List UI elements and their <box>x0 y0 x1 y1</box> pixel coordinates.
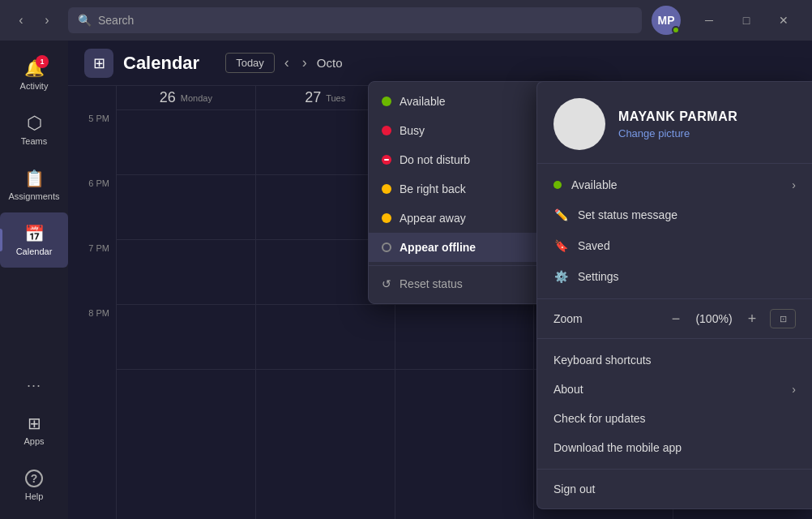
close-button[interactable]: ✕ <box>765 7 802 33</box>
profile-header: MAYANK PARMAR Change picture <box>537 82 812 164</box>
time-slot-7pm: 7 PM <box>68 240 116 305</box>
hour-cell-26-5pm[interactable] <box>117 110 255 175</box>
profile-available-item[interactable]: Available › <box>537 170 812 199</box>
sidebar-more-button[interactable]: ··· <box>19 369 49 402</box>
sidebar-label-teams: Teams <box>21 136 47 146</box>
zoom-fit-button[interactable]: ⊡ <box>770 309 796 328</box>
main-layout: 🔔 1 Activity ⬡ Teams 📋 Assignments 📅 Cal… <box>0 41 812 519</box>
profile-available-label: Available <box>571 178 618 191</box>
profile-status-section: Available › ✏️ Set status message 🔖 Save… <box>537 164 812 299</box>
time-slot-6pm: 6 PM <box>68 175 116 240</box>
forward-button[interactable]: › <box>36 9 58 32</box>
dnd-dot <box>382 155 391 165</box>
avatar-status-dot <box>672 26 680 34</box>
brb-dot <box>382 184 391 194</box>
profile-info: MAYANK PARMAR Change picture <box>618 109 737 139</box>
calendar-title-area: ⊞ Calendar <box>84 49 199 78</box>
month-label: Octo <box>317 56 343 70</box>
sign-out-label: Sign out <box>553 483 595 495</box>
day-name-monday: Monday <box>181 93 212 103</box>
next-month-button[interactable]: › <box>299 51 310 75</box>
sign-out-section: Sign out <box>537 469 812 508</box>
help-icon: ? <box>24 469 44 488</box>
change-picture-link[interactable]: Change picture <box>618 127 737 139</box>
hour-cell-26-6pm[interactable] <box>117 175 255 240</box>
set-status-message-item[interactable]: ✏️ Set status message <box>537 199 812 230</box>
download-app-item[interactable]: Download the mobile app <box>537 433 812 462</box>
calendar-app-icon: ⊞ <box>84 49 113 78</box>
calendar-header: ⊞ Calendar Today ‹ › Octo <box>68 41 812 86</box>
away-dot <box>382 213 391 223</box>
title-bar: ‹ › 🔍 Search MP ─ □ ✕ <box>0 0 812 41</box>
keyboard-shortcuts-label: Keyboard shortcuts <box>553 354 652 367</box>
activity-icon: 🔔 1 <box>24 58 44 78</box>
today-button[interactable]: Today <box>225 53 275 73</box>
saved-icon: 🔖 <box>553 238 568 253</box>
calendar-page-title: Calendar <box>123 53 199 74</box>
profile-available-dot <box>553 181 562 189</box>
saved-item[interactable]: 🔖 Saved <box>537 230 812 261</box>
time-column: 5 PM 6 PM 7 PM 8 PM <box>68 86 117 519</box>
status-message-icon: ✏️ <box>553 208 568 222</box>
avatar-button[interactable]: MP <box>652 6 681 35</box>
check-updates-item[interactable]: Check for updates <box>537 404 812 433</box>
sidebar-label-assignments: Assignments <box>9 191 60 201</box>
zoom-value: (100%) <box>694 312 734 325</box>
sidebar-item-assignments[interactable]: 📋 Assignments <box>0 157 68 212</box>
sidebar-label-activity: Activity <box>20 81 49 91</box>
available-dot <box>382 97 391 106</box>
offline-dot <box>382 242 391 252</box>
status-available-label: Available <box>400 95 446 108</box>
hour-cell-26-7pm[interactable] <box>117 240 255 305</box>
profile-name: MAYANK PARMAR <box>618 109 737 124</box>
apps-icon: ⊞ <box>24 414 44 433</box>
zoom-label: Zoom <box>553 312 583 325</box>
sidebar-item-activity[interactable]: 🔔 1 Activity <box>0 47 68 102</box>
keyboard-shortcuts-item[interactable]: Keyboard shortcuts <box>537 345 812 375</box>
settings-item[interactable]: ⚙️ Settings <box>537 261 812 292</box>
check-updates-label: Check for updates <box>553 412 646 425</box>
status-offline-label: Appear offline <box>400 241 476 254</box>
day-header-26: 26 Monday <box>117 86 255 110</box>
hour-cell-26-8pm[interactable] <box>117 305 255 370</box>
sidebar-item-calendar[interactable]: 📅 Calendar <box>0 212 68 268</box>
sign-out-item[interactable]: Sign out <box>537 473 812 505</box>
search-bar[interactable]: 🔍 Search <box>68 7 642 33</box>
day-number-27: 27 <box>305 89 321 106</box>
sidebar: 🔔 1 Activity ⬡ Teams 📋 Assignments 📅 Cal… <box>0 41 68 519</box>
about-chevron-icon: › <box>792 383 796 396</box>
zoom-section: Zoom − (100%) + ⊡ <box>537 299 812 339</box>
sidebar-item-help[interactable]: ? Help <box>0 457 68 513</box>
day-col-26: 26 Monday <box>117 86 256 519</box>
zoom-minus-button[interactable]: − <box>665 307 687 330</box>
profile-panel: MAYANK PARMAR Change picture Available ›… <box>536 81 812 509</box>
settings-label: Settings <box>578 270 619 283</box>
sidebar-item-teams[interactable]: ⬡ Teams <box>0 102 68 157</box>
activity-badge: 1 <box>36 55 49 68</box>
calendar-icon: 📅 <box>24 224 44 243</box>
status-busy-label: Busy <box>400 124 425 137</box>
reset-icon: ↺ <box>382 277 391 290</box>
about-item[interactable]: About › <box>537 375 812 404</box>
window-controls: ─ □ ✕ <box>690 7 802 33</box>
sidebar-label-calendar: Calendar <box>16 247 53 256</box>
search-icon: 🔍 <box>78 14 92 27</box>
sidebar-label-help: Help <box>25 491 44 501</box>
sidebar-item-apps[interactable]: ⊞ Apps <box>0 402 68 457</box>
status-dnd-label: Do not disturb <box>400 153 470 166</box>
prev-month-button[interactable]: ‹ <box>281 51 293 75</box>
time-slot-8pm: 8 PM <box>68 305 116 370</box>
set-status-label: Set status message <box>578 208 677 221</box>
minimize-button[interactable]: ─ <box>690 7 728 33</box>
profile-avatar[interactable] <box>553 98 605 150</box>
day-number-26: 26 <box>160 89 176 106</box>
assignments-icon: 📋 <box>24 169 44 188</box>
content-area: ⊞ Calendar Today ‹ › Octo 5 PM 6 PM 7 PM… <box>68 41 812 519</box>
back-button[interactable]: ‹ <box>10 9 32 32</box>
hour-cell-27-8pm[interactable] <box>256 305 395 370</box>
maximize-button[interactable]: □ <box>728 7 765 33</box>
nav-buttons: ‹ › <box>10 9 58 32</box>
day-name-tuesday: Tues <box>326 93 345 103</box>
status-brb-label: Be right back <box>400 182 466 195</box>
zoom-plus-button[interactable]: + <box>741 307 763 330</box>
